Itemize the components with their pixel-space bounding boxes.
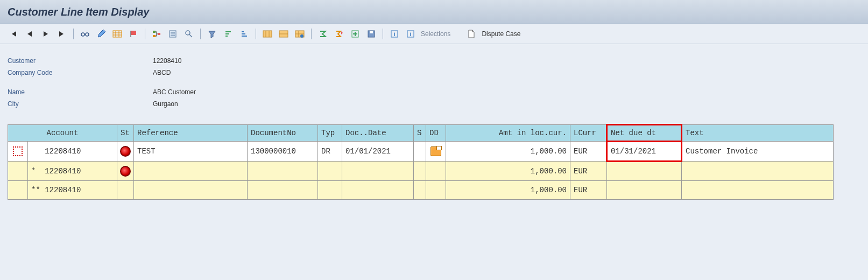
toolbar-separator <box>256 29 256 39</box>
toolbar-separator <box>383 29 383 39</box>
col-lcurr[interactable]: LCurr <box>570 129 606 137</box>
flag-icon[interactable] <box>126 27 141 41</box>
col-account[interactable]: Account <box>8 129 117 137</box>
cell-account: ** 12208410 <box>28 186 117 194</box>
first-icon[interactable] <box>6 27 21 41</box>
city-label: City <box>8 98 153 110</box>
svg-rect-2 <box>113 31 122 37</box>
col-typ[interactable]: Typ <box>318 129 342 137</box>
status-open-icon <box>120 166 131 177</box>
toolbar: i i Selections Dispute Case <box>0 24 868 44</box>
col-s[interactable]: S <box>414 129 426 137</box>
col-docdate[interactable]: Doc..Date <box>342 129 413 137</box>
name-label: Name <box>8 86 153 98</box>
info-icon[interactable]: i <box>387 27 402 41</box>
selections-button[interactable]: Selections <box>421 30 453 38</box>
last-icon[interactable] <box>54 27 69 41</box>
layout2-icon[interactable] <box>276 27 291 41</box>
title-bar: Customer Line Item Display <box>0 0 868 24</box>
table-row[interactable]: * 122084101,000.00EUR <box>8 162 834 181</box>
col-amt[interactable]: Amt in loc.cur. <box>446 129 570 137</box>
document-icon[interactable] <box>464 27 479 41</box>
sheet-icon[interactable] <box>165 27 180 41</box>
col-reference[interactable]: Reference <box>134 129 247 137</box>
company-code-label: Company Code <box>8 67 153 79</box>
svg-text:i: i <box>410 31 411 37</box>
customer-value: 12208410 <box>153 55 181 67</box>
layout1-icon[interactable] <box>260 27 275 41</box>
page-title: Customer Line Item Display <box>8 6 149 18</box>
due-date-icon <box>431 146 441 156</box>
col-dd[interactable]: DD <box>426 129 446 137</box>
name-value: ABC Customer <box>153 86 196 98</box>
export-icon[interactable] <box>348 27 363 41</box>
col-st[interactable]: St <box>117 129 133 137</box>
svg-point-0 <box>81 33 84 36</box>
sum-icon[interactable] <box>315 27 330 41</box>
grid-icon[interactable] <box>110 27 125 41</box>
dispute-case-button[interactable]: Dispute Case <box>482 30 523 38</box>
cell-lcurr: EUR <box>570 186 606 194</box>
cell-typ: DR <box>318 147 342 156</box>
col-text[interactable]: Text <box>682 129 833 137</box>
svg-text:i: i <box>393 31 395 37</box>
row-selector[interactable] <box>13 146 23 156</box>
status-open-icon <box>120 146 131 157</box>
info2-icon[interactable]: i <box>403 27 418 41</box>
pencil-icon[interactable] <box>94 27 109 41</box>
svg-point-8 <box>186 31 190 35</box>
line-item-table: Account St Reference DocumentNo Typ Doc.… <box>8 124 834 200</box>
cell-account: * 12208410 <box>28 167 117 176</box>
sort-desc-icon[interactable] <box>237 27 252 41</box>
cell-amt: 1,000.00 <box>446 186 570 194</box>
filter-icon[interactable] <box>204 27 220 41</box>
svg-rect-15 <box>370 31 373 33</box>
toolbar-separator <box>200 29 201 39</box>
glasses-icon[interactable] <box>77 27 93 41</box>
toolbar-separator <box>73 29 74 39</box>
cell-account: 12208410 <box>28 147 117 156</box>
toolbar-separator <box>311 29 312 39</box>
svg-point-12 <box>300 34 304 38</box>
table-row[interactable]: 12208410TEST1300000010DR01/01/20211,000.… <box>8 142 834 162</box>
search-icon[interactable] <box>181 27 196 41</box>
city-value: Gurgaon <box>153 98 178 110</box>
subtotal-icon[interactable] <box>331 27 347 41</box>
svg-point-1 <box>86 33 89 36</box>
cell-amt: 1,000.00 <box>446 147 570 156</box>
sort-asc-icon[interactable] <box>221 27 236 41</box>
cell-amt: 1,000.00 <box>446 167 570 176</box>
svg-rect-4 <box>153 31 156 33</box>
cell-lcurr: EUR <box>570 147 606 156</box>
info-block: Customer12208410 Company CodeABCD NameAB… <box>0 44 868 113</box>
cell-documentno: 1300000010 <box>248 147 317 156</box>
toolbar-separator <box>145 29 145 39</box>
svg-rect-3 <box>131 31 136 35</box>
table-header-row: Account St Reference DocumentNo Typ Doc.… <box>8 125 834 142</box>
next-icon[interactable] <box>38 27 53 41</box>
svg-rect-9 <box>263 31 272 37</box>
company-code-value: ABCD <box>153 67 171 79</box>
tree-icon[interactable] <box>149 27 164 41</box>
col-netdue[interactable]: Net due dt <box>608 129 681 137</box>
col-documentno[interactable]: DocumentNo <box>248 129 317 137</box>
prev-icon[interactable] <box>22 27 37 41</box>
save-icon[interactable] <box>364 27 379 41</box>
svg-rect-6 <box>158 33 160 35</box>
cell-text: Customer Invoice <box>682 147 833 156</box>
table-row[interactable]: ** 122084101,000.00EUR <box>8 181 834 200</box>
cell-docdate: 01/01/2021 <box>342 147 413 156</box>
cell-netdue: 01/31/2021 <box>608 147 681 156</box>
layout3-icon[interactable] <box>292 27 307 41</box>
cell-lcurr: EUR <box>570 167 606 176</box>
svg-rect-5 <box>153 35 156 37</box>
customer-label: Customer <box>8 55 153 67</box>
cell-reference: TEST <box>134 147 247 156</box>
